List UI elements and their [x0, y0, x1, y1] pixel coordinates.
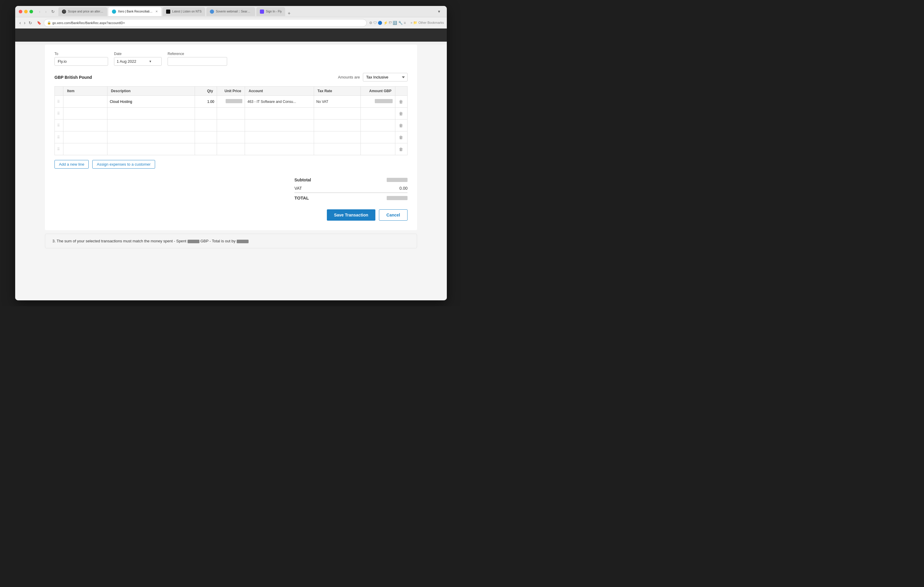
taxrate-cell-3[interactable]: [314, 120, 361, 132]
to-label: To: [54, 52, 108, 56]
price-cell-4[interactable]: [217, 132, 245, 143]
to-field: To: [54, 52, 108, 66]
account-cell-2[interactable]: [245, 108, 314, 120]
maximize-button[interactable]: [30, 10, 33, 13]
delete-row-4-button[interactable]: 🗑: [398, 135, 404, 140]
notice-currency: GBP: [200, 239, 208, 243]
qty-input[interactable]: [197, 100, 214, 104]
th-item: Item: [63, 87, 107, 96]
delete-row-2-button[interactable]: 🗑: [398, 111, 404, 117]
qty-cell[interactable]: [195, 96, 217, 108]
reference-input[interactable]: [168, 57, 227, 66]
price-cell-5[interactable]: [217, 143, 245, 155]
th-description: Description: [107, 87, 195, 96]
price-cell-2[interactable]: [217, 108, 245, 120]
toolbar-forward[interactable]: ›: [23, 20, 26, 26]
delete-row-3-button[interactable]: 🗑: [398, 123, 404, 128]
titlebar: ‹ › ↻ ⬡ Scope and price an alternative c…: [15, 6, 447, 17]
account-cell[interactable]: 463 - IT Software and Consu...: [245, 96, 314, 108]
toolbar-back[interactable]: ‹: [18, 20, 22, 26]
tab-soverin-label: Soverin webmail :: Search result: [216, 10, 252, 13]
notice-bar: 3. The sum of your selected transactions…: [45, 234, 417, 248]
drag-handle-icon[interactable]: ⠿: [57, 123, 60, 128]
item-cell[interactable]: [63, 96, 107, 108]
browser-window: ‹ › ↻ ⬡ Scope and price an alternative c…: [15, 6, 447, 300]
tab-github[interactable]: ⬡ Scope and price an alternative calc: [58, 7, 107, 16]
price-cell-3[interactable]: [217, 120, 245, 132]
save-transaction-button[interactable]: Save Transaction: [327, 209, 375, 220]
tab-fly[interactable]: Sign In - Fly: [256, 7, 285, 16]
delete-row-5-button[interactable]: 🗑: [398, 146, 404, 152]
tab-xero[interactable]: Xero | Bank Reconciliation | Co... ✕: [108, 7, 161, 16]
drag-handle-icon[interactable]: ⠿: [57, 112, 60, 116]
taxrate-cell-5[interactable]: [314, 143, 361, 155]
qty-cell-3[interactable]: [195, 120, 217, 132]
desc-cell-3[interactable]: [107, 120, 195, 132]
taxrate-cell-2[interactable]: [314, 108, 361, 120]
tab-nts[interactable]: Latest | Listen on NTS: [163, 7, 205, 16]
vat-row: VAT 0.00: [294, 184, 408, 192]
table-header: Item Description Qty Unit Price Account …: [55, 87, 408, 96]
item-input[interactable]: [66, 100, 104, 104]
account-cell-5[interactable]: [245, 143, 314, 155]
close-button[interactable]: [19, 10, 22, 13]
tab-list-button[interactable]: ▼: [435, 10, 443, 14]
currency-label: GBP British Pound: [54, 75, 92, 80]
account-cell-4[interactable]: [245, 132, 314, 143]
th-amount-gbp: Amount GBP: [361, 87, 395, 96]
extensions-area: ⚙ 🛡 🔵 ⚡ f? 🔠 🔧 ≡: [369, 21, 406, 25]
unit-price-cell[interactable]: [217, 96, 245, 108]
amounts-are-select[interactable]: Tax Exclusive Tax Inclusive No Tax: [363, 73, 408, 82]
qty-cell-5[interactable]: [195, 143, 217, 155]
address-bar[interactable]: 🔒 go.xero.com/BankRec/BankRec.aspx?accou…: [44, 19, 367, 27]
toolbar-reload[interactable]: ↻: [27, 20, 33, 26]
item-cell-3[interactable]: [63, 120, 107, 132]
desc-input[interactable]: [110, 100, 192, 104]
desc-cell[interactable]: [107, 96, 195, 108]
form-header-row: To Date ▼ Reference: [54, 52, 408, 66]
subtotal-value-redacted: [387, 178, 408, 182]
drag-handle-icon[interactable]: ⠿: [57, 147, 60, 151]
total-label: TOTAL: [294, 196, 309, 201]
tab-xero-close[interactable]: ✕: [155, 10, 158, 13]
notice-suffix: - Total is out by: [210, 239, 236, 243]
qty-cell-2[interactable]: [195, 108, 217, 120]
back-button: ‹: [38, 8, 42, 15]
desc-cell-4[interactable]: [107, 132, 195, 143]
desc-cell-2[interactable]: [107, 108, 195, 120]
amounts-are-label: Amounts are: [338, 75, 360, 79]
add-new-line-button[interactable]: Add a new line: [54, 160, 89, 169]
account-cell-3[interactable]: [245, 120, 314, 132]
taxrate-cell-4[interactable]: [314, 132, 361, 143]
grand-total-row: TOTAL: [294, 192, 408, 202]
item-cell-2[interactable]: [63, 108, 107, 120]
amount-cell-4: [361, 132, 395, 143]
assign-expenses-button[interactable]: Assign expenses to a customer: [92, 160, 155, 169]
traffic-lights: [19, 10, 33, 13]
subtotal-label: Subtotal: [294, 178, 311, 182]
date-chevron-icon[interactable]: ▼: [147, 60, 153, 63]
drag-handle-icon[interactable]: ⠿: [57, 100, 60, 104]
item-cell-5[interactable]: [63, 143, 107, 155]
qty-cell-4[interactable]: [195, 132, 217, 143]
tab-soverin[interactable]: Soverin webmail :: Search result: [206, 7, 255, 16]
reference-field: Reference: [168, 52, 227, 66]
date-input[interactable]: [114, 58, 147, 66]
address-text: go.xero.com/BankRec/BankRec.aspx?account…: [53, 21, 125, 25]
new-tab-button[interactable]: +: [287, 11, 290, 16]
th-unit-price: Unit Price: [217, 87, 245, 96]
desc-cell-5[interactable]: [107, 143, 195, 155]
to-input[interactable]: [54, 57, 108, 66]
cancel-button[interactable]: Cancel: [379, 209, 408, 220]
minimize-button[interactable]: [24, 10, 28, 13]
xero-top-bar: [15, 28, 447, 42]
tax-rate-cell[interactable]: No VAT: [314, 96, 361, 108]
amount-cell-5: [361, 143, 395, 155]
delete-row-1-button[interactable]: 🗑: [398, 99, 404, 105]
notice-out-redacted: [237, 240, 249, 243]
amount-cell: [361, 96, 395, 108]
item-cell-4[interactable]: [63, 132, 107, 143]
reload-button[interactable]: ↻: [50, 8, 56, 15]
table-row: ⠿ 🗑: [55, 108, 408, 120]
drag-handle-icon[interactable]: ⠿: [57, 135, 60, 140]
